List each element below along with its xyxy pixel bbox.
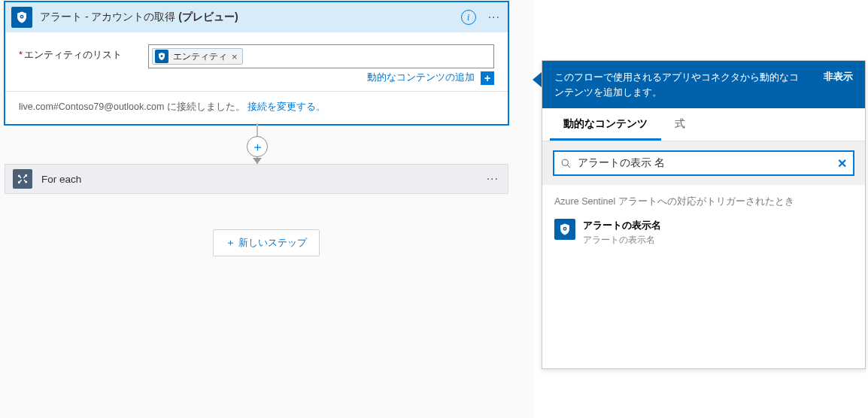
dynamic-content-panel: このフローで使用されるアプリやコネクタから動的なコンテンツを追加します。 非表示…: [542, 60, 866, 369]
svg-line-4: [567, 165, 570, 168]
svg-point-2: [161, 55, 163, 57]
insert-step-button[interactable]: ＋: [247, 136, 268, 157]
entities-input[interactable]: エンティティ ×: [148, 44, 494, 68]
sentinel-icon: [155, 50, 168, 63]
panel-tabs: 動的なコンテンツ 式: [542, 108, 865, 141]
svg-point-6: [564, 228, 566, 229]
arrow-down-icon: [253, 158, 262, 164]
result-title: アラートの表示名: [583, 219, 661, 232]
search-icon: [560, 158, 572, 169]
action-title: アラート - アカウントの取得 (プレビュー): [40, 11, 461, 24]
sentinel-icon: [11, 7, 32, 28]
foreach-title: For each: [41, 174, 485, 185]
action-header[interactable]: アラート - アカウントの取得 (プレビュー) i ···: [5, 2, 508, 32]
connection-info: live.com#Contoso79@outlook.com に接続しました。 …: [5, 91, 508, 124]
results-section-title: Azure Sentinel アラートへの対応がトリガーされたとき: [542, 185, 865, 214]
result-description: アラートの表示名: [583, 234, 661, 247]
search-box[interactable]: ✕: [553, 150, 854, 176]
field-label-entities: *エンティティのリスト: [19, 44, 148, 62]
panel-header-text: このフローで使用されるアプリやコネクタから動的なコンテンツを追加します。: [554, 70, 803, 99]
add-dynamic-content-button[interactable]: +: [481, 71, 494, 85]
svg-point-1: [21, 16, 23, 17]
foreach-card[interactable]: For each ···: [5, 164, 508, 194]
loop-icon: [13, 169, 32, 189]
clear-search-icon[interactable]: ✕: [837, 156, 847, 171]
panel-header: このフローで使用されるアプリやコネクタから動的なコンテンツを追加します。 非表示: [542, 61, 865, 108]
foreach-menu-button[interactable]: ···: [485, 172, 500, 186]
info-icon[interactable]: i: [461, 10, 476, 25]
new-step-button[interactable]: ＋ 新しいステップ: [213, 229, 320, 256]
tab-expression[interactable]: 式: [661, 108, 699, 141]
entity-token[interactable]: エンティティ ×: [152, 48, 243, 65]
svg-point-3: [562, 159, 568, 165]
add-dynamic-content-link[interactable]: 動的なコンテンツの追加: [367, 72, 475, 83]
search-input[interactable]: [578, 158, 837, 169]
action-menu-button[interactable]: ···: [487, 11, 502, 24]
result-alert-display-name[interactable]: アラートの表示名 アラートの表示名: [542, 214, 865, 256]
action-card-alert-get-accounts: アラート - アカウントの取得 (プレビュー) i ··· *エンティティのリス…: [4, 1, 509, 126]
change-connection-link[interactable]: 接続を変更する。: [247, 101, 326, 112]
panel-beak: [533, 72, 542, 87]
hide-panel-button[interactable]: 非表示: [824, 70, 853, 83]
sentinel-icon: [554, 219, 575, 240]
remove-token-icon[interactable]: ×: [232, 51, 238, 62]
tab-dynamic-content[interactable]: 動的なコンテンツ: [550, 108, 661, 141]
